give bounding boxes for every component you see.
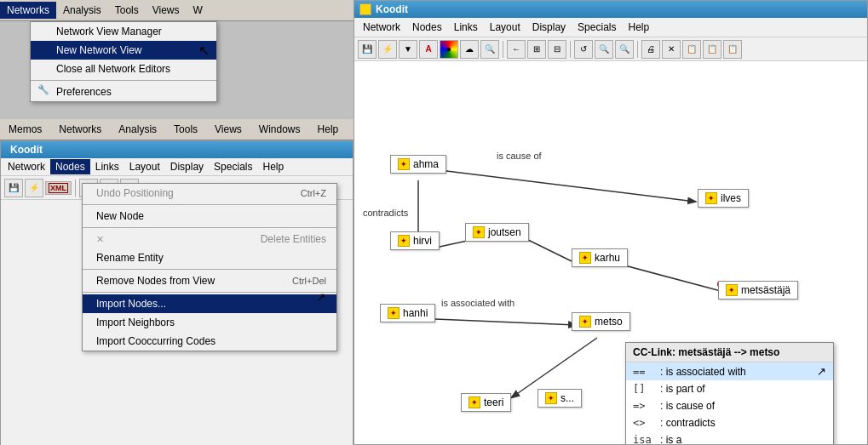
second-menu-layout[interactable]: Layout: [124, 159, 165, 174]
cc-code-contradicts: <>: [633, 417, 657, 429]
network-canvas[interactable]: is cause of contradicts is associated wi…: [354, 61, 867, 444]
node-karhu[interactable]: karhu: [572, 248, 628, 267]
node-metso[interactable]: metso: [572, 312, 630, 331]
node-teeri[interactable]: teeri: [461, 393, 511, 412]
node-s-partial[interactable]: s...: [537, 389, 582, 408]
app-bar-analysis[interactable]: Analysis: [110, 121, 165, 138]
nodes-import-neighbors[interactable]: Import Neighbors: [83, 313, 336, 332]
menu-links[interactable]: Links: [449, 20, 483, 35]
tb-layout[interactable]: ⚡: [378, 40, 397, 59]
app-bar-second: Memos Networks Analysis Tools Views Wind…: [0, 119, 354, 140]
nodes-import[interactable]: Import Nodes...: [83, 294, 336, 313]
node-label-teeri: teeri: [484, 397, 503, 408]
second-tb-save[interactable]: 💾: [4, 179, 23, 197]
app-bar-networks[interactable]: Networks: [50, 121, 110, 138]
top-bar-w[interactable]: W: [187, 2, 210, 19]
node-hanhi[interactable]: hanhi: [380, 304, 435, 322]
node-metsastaja[interactable]: metsästäjä: [718, 281, 798, 300]
menu-network[interactable]: Network: [358, 20, 405, 35]
nodes-undo-shortcut: Ctrl+Z: [301, 188, 326, 198]
tb-export1[interactable]: 📋: [682, 40, 701, 59]
xml-badge: XML: [49, 183, 68, 193]
nodes-new-node[interactable]: New Node: [83, 207, 336, 225]
nodes-import-cooccurring[interactable]: Import Cooccurring Codes: [83, 332, 336, 351]
nodes-remove-shortcut: Ctrl+Del: [292, 276, 326, 286]
tb-grid2[interactable]: ⊟: [548, 40, 566, 59]
second-menu-network[interactable]: Network: [3, 159, 50, 174]
node-joutsen[interactable]: joutsen: [465, 223, 529, 242]
tb-color[interactable]: ●: [440, 40, 458, 59]
top-bar-tools[interactable]: Tools: [108, 2, 146, 19]
menu-specials[interactable]: Specials: [572, 20, 621, 35]
second-menu-help[interactable]: Help: [257, 159, 289, 174]
second-tb-btn2[interactable]: ⚡: [25, 179, 43, 197]
node-ilves[interactable]: ilves: [698, 189, 749, 208]
node-icon-ilves: [705, 192, 717, 204]
top-bar-networks[interactable]: Networks: [0, 2, 56, 19]
second-menu-links[interactable]: Links: [90, 159, 124, 174]
cc-popup-item-associated[interactable]: == : is associated with ↗: [626, 362, 833, 380]
nodes-undo[interactable]: Undo Positioning Ctrl+Z: [83, 184, 336, 203]
tb-zoom-in[interactable]: 🔍: [615, 40, 634, 59]
networks-sep: [31, 80, 216, 81]
node-hirvi[interactable]: hirvi: [390, 231, 440, 250]
node-icon-partial: [545, 392, 557, 404]
node-ahma[interactable]: ahma: [390, 155, 446, 174]
node-label-metso: metso: [595, 316, 623, 328]
tb-undo[interactable]: ↺: [574, 40, 593, 59]
cc-popup-item-contradicts[interactable]: <> : contradicts: [626, 414, 833, 431]
dropdown-new-network-view[interactable]: New Network View ↖: [31, 41, 216, 60]
tb-export2[interactable]: 📋: [703, 40, 721, 59]
svg-line-5: [435, 319, 576, 325]
cursor-new-network: ↖: [198, 43, 210, 59]
tb-arrow-left[interactable]: ←: [507, 40, 526, 59]
nodes-remove-label: Remove Nodes from View: [96, 275, 215, 287]
node-label-ilves: ilves: [721, 192, 741, 204]
koodit-icon: [359, 3, 371, 15]
tb-export3[interactable]: 📋: [723, 40, 742, 59]
cc-code-partof: []: [633, 383, 657, 395]
menu-nodes[interactable]: Nodes: [407, 20, 447, 35]
second-menu-display[interactable]: Display: [165, 159, 209, 174]
menu-display[interactable]: Display: [527, 20, 571, 35]
app-bar-memos[interactable]: Memos: [0, 121, 50, 138]
app-bar-help[interactable]: Help: [309, 121, 348, 138]
app-bar-windows[interactable]: Windows: [250, 121, 309, 138]
dropdown-network-view-manager[interactable]: Network View Manager: [31, 22, 216, 41]
app-bar-tools[interactable]: Tools: [165, 121, 206, 138]
nodes-delete[interactable]: ✕ Delete Entities: [83, 230, 336, 248]
tb-cloud[interactable]: ☁: [460, 40, 479, 59]
menu-layout[interactable]: Layout: [485, 20, 526, 35]
tb-zoom-out[interactable]: 🔍: [595, 40, 613, 59]
cc-label-causeof: : is cause of: [660, 400, 715, 412]
nodes-sep4: [83, 292, 336, 293]
tb-grid[interactable]: ⊞: [527, 40, 546, 59]
nodes-dropdown: Undo Positioning Ctrl+Z New Node ✕ Delet…: [82, 183, 337, 351]
nodes-new-label: New Node: [96, 210, 144, 222]
tb-save[interactable]: 💾: [358, 40, 377, 59]
tb-print[interactable]: 🖨: [641, 40, 660, 59]
nodes-sep1: [83, 204, 336, 205]
top-bar-views[interactable]: Views: [146, 2, 187, 19]
app-bar-views[interactable]: Views: [206, 121, 250, 138]
node-icon-hirvi: [398, 235, 410, 247]
second-menu-specials[interactable]: Specials: [209, 159, 257, 174]
dropdown-close-all[interactable]: Close all Network Editors: [31, 60, 216, 78]
cc-popup-item-causeof[interactable]: => : is cause of: [626, 397, 833, 414]
tb-font[interactable]: A: [419, 40, 438, 59]
second-menu-nodes[interactable]: Nodes: [50, 159, 90, 174]
dropdown-preferences[interactable]: 🔧 Preferences: [31, 83, 216, 101]
tb-search[interactable]: 🔍: [480, 40, 499, 59]
nodes-rename[interactable]: Rename Entity: [83, 248, 336, 267]
cc-popup-item-isa[interactable]: isa : is a: [626, 431, 833, 444]
cc-popup-item-partof[interactable]: [] : is part of: [626, 380, 833, 397]
second-xml-area: XML: [45, 181, 72, 195]
nodes-remove[interactable]: Remove Nodes from View Ctrl+Del: [83, 271, 336, 290]
tb-close[interactable]: ✕: [662, 40, 681, 59]
top-bar-analysis[interactable]: Analysis: [56, 2, 108, 19]
node-label-hanhi: hanhi: [403, 307, 428, 319]
tb-dropdown[interactable]: ▼: [399, 40, 417, 59]
menu-help[interactable]: Help: [623, 20, 654, 35]
tb-sep2: [570, 41, 571, 58]
cursor-import: ↗: [316, 290, 326, 304]
